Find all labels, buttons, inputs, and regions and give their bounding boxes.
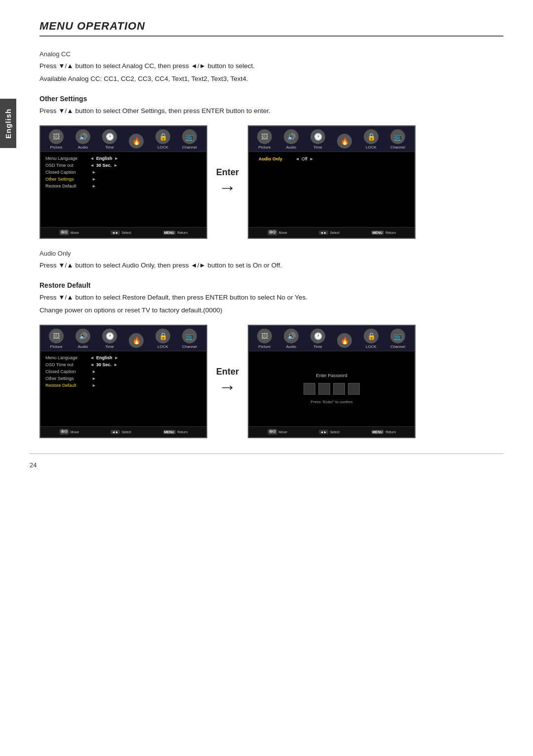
icon-lock-r1: 🔒 LOCK — [358, 129, 384, 150]
menu-row-osd-1: OSD Time out ◄ 30 Sec. ► — [45, 162, 201, 169]
password-box-3 — [333, 383, 345, 395]
other-settings-text: Press ▼/▲ button to select Other Setting… — [39, 106, 503, 116]
audio-only-section: Audio Only Press ▼/▲ button to select Au… — [39, 250, 503, 271]
nav-return-2: MENU Return — [163, 430, 188, 434]
menu-row-other-1: Other Settings ► — [45, 176, 201, 183]
password-box-1 — [304, 383, 315, 395]
nav-select-r2: ◄► Select — [319, 430, 340, 434]
password-box-2 — [318, 383, 330, 395]
right-screen-2: 🖼 Picture 🔊 Audio 🕐 Time 🔥 — [248, 325, 416, 438]
screen-pair-restore: 🖼 Picture 🔊 Audio 🕐 Time 🔥 — [39, 325, 503, 438]
audio-only-label: Audio Only — [39, 250, 503, 257]
restore-default-text1: Press ▼/▲ button to select Restore Defau… — [39, 292, 503, 303]
menu-icons-bar-2: 🖼 Picture 🔊 Audio 🕐 Time 🔥 — [40, 326, 206, 351]
icon-channel-r2: 📺 Channel — [385, 329, 411, 349]
menu-row-language-1: Menu Language ◄ English ► — [45, 155, 201, 162]
bottom-divider — [30, 454, 503, 454]
icon-setup-r1: 🔥 — [332, 134, 357, 150]
restore-default-text2: Change power on options or reset TV to f… — [39, 305, 503, 316]
icon-time-2: 🕐 Time — [97, 329, 122, 349]
icon-channel-2: 📺 Channel — [177, 329, 202, 349]
icon-lock-r2: 🔒 LOCK — [358, 329, 384, 349]
audio-only-text: Press ▼/▲ button to select Audio Only, t… — [39, 260, 503, 271]
analog-cc-section: Analog CC Press ▼/▲ button to select Ana… — [39, 50, 503, 84]
password-box-4 — [348, 383, 360, 395]
press-enter-label: Press "Enter" to confirm — [311, 400, 353, 404]
icon-time-r1: 🕐 Time — [305, 129, 331, 150]
icon-time-1: 🕐 Time — [97, 129, 122, 150]
right-screen-1: 🖼 Picture 🔊 Audio 🕐 Time 🔥 — [248, 125, 416, 239]
other-settings-section: Other Settings Press ▼/▲ button to selec… — [39, 95, 503, 239]
menu-row-restore-2: Restore Default ► — [45, 382, 201, 389]
menu-icons-bar-r2: 🖼 Picture 🔊 Audio 🕐 Time 🔥 — [249, 326, 415, 351]
icon-picture-r2: 🖼 Picture — [252, 329, 277, 349]
menu-row-language-2: Menu Language ◄ English ► — [45, 354, 201, 361]
menu-row-cc-1: Closed Caption ► — [45, 169, 201, 176]
analog-cc-text1: Press ▼/▲ button to select Analog CC, th… — [39, 61, 503, 72]
nav-return-1: MENU Return — [163, 230, 188, 235]
icon-audio-1: 🔊 Audio — [70, 129, 96, 150]
menu-row-osd-2: OSD Time out ◄ 30 Sec. ► — [45, 361, 201, 368]
left-screen-1: 🖼 Picture 🔊 Audio 🕐 Time 🔥 — [39, 125, 207, 239]
icon-channel-r1: 📺 Channel — [385, 129, 411, 150]
menu-row-other-2: Other Settings ► — [45, 375, 201, 382]
password-boxes — [304, 383, 360, 395]
enter-arrow-1: Enter → — [216, 167, 239, 196]
nav-return-r2: MENU Return — [371, 430, 396, 434]
icon-setup-2: 🔥 — [123, 333, 149, 349]
restore-default-heading: Restore Default — [39, 281, 503, 289]
audio-only-list: Audio Only ◄ Off ► — [249, 152, 415, 166]
icon-setup-1: 🔥 — [123, 134, 149, 150]
nav-move-1: ⓐⓥ Move — [59, 229, 79, 235]
icon-audio-r2: 🔊 Audio — [278, 329, 304, 349]
nav-move-r1: ⓐⓥ Move — [267, 229, 287, 235]
left-screen-2: 🖼 Picture 🔊 Audio 🕐 Time 🔥 — [39, 325, 207, 438]
restore-default-section: Restore Default Press ▼/▲ button to sele… — [39, 281, 503, 438]
side-tab-english: English — [0, 99, 16, 148]
menu-list-1: Menu Language ◄ English ► OSD Time out ◄… — [40, 152, 206, 192]
menu-row-restore-1: Restore Default ► — [45, 183, 201, 189]
icon-picture-2: 🖼 Picture — [43, 329, 69, 349]
enter-arrow-2: Enter → — [216, 367, 239, 396]
page-title: MENU OPERATION — [39, 20, 503, 37]
audio-only-row: Audio Only ◄ Off ► — [254, 155, 410, 163]
menu-row-cc-2: Closed Caption ► — [45, 368, 201, 375]
icon-lock-1: 🔒 LOCK — [150, 129, 176, 150]
icon-audio-r1: 🔊 Audio — [278, 129, 304, 150]
menu-icons-bar-1: 🖼 Picture 🔊 Audio 🕐 Time 🔥 — [40, 126, 206, 152]
icon-audio-2: 🔊 Audio — [70, 329, 96, 349]
menu-list-2: Menu Language ◄ English ► OSD Time out ◄… — [40, 351, 206, 392]
screen-bottom-bar-2: ⓐⓥ Move ◄► Select MENU Return — [40, 426, 206, 437]
icon-picture-r1: 🖼 Picture — [252, 129, 277, 150]
nav-return-r1: MENU Return — [371, 230, 396, 235]
menu-icons-bar-r1: 🖼 Picture 🔊 Audio 🕐 Time 🔥 — [249, 126, 415, 152]
screen-bottom-bar-1: ⓐⓥ Move ◄► Select MENU Return — [40, 227, 206, 238]
icon-picture-1: 🖼 Picture — [43, 129, 69, 150]
analog-cc-text2: Available Analog CC: CC1, CC2, CC3, CC4,… — [39, 74, 503, 84]
screen-bottom-bar-r1: ⓐⓥ Move ◄► Select MENU Return — [249, 227, 415, 238]
other-settings-heading: Other Settings — [39, 95, 503, 103]
nav-move-r2: ⓐⓥ Move — [267, 429, 287, 435]
password-content: Enter Password Press "Enter" to confirm — [249, 351, 415, 426]
icon-channel-1: 📺 Channel — [177, 129, 202, 150]
screen-pair-other-settings: 🖼 Picture 🔊 Audio 🕐 Time 🔥 — [39, 125, 503, 239]
nav-select-r1: ◄► Select — [319, 230, 340, 235]
nav-select-2: ◄► Select — [111, 430, 131, 434]
icon-lock-2: 🔒 LOCK — [150, 329, 176, 349]
enter-password-label: Enter Password — [316, 373, 347, 378]
icon-setup-r2: 🔥 — [332, 333, 357, 349]
screen-bottom-bar-r2: ⓐⓥ Move ◄► Select MENU Return — [249, 426, 415, 437]
nav-select-1: ◄► Select — [111, 230, 131, 235]
analog-cc-label: Analog CC — [39, 50, 503, 58]
page: English MENU OPERATION Analog CC Press ▼… — [0, 0, 533, 479]
page-number: 24 — [30, 461, 37, 469]
icon-time-r2: 🕐 Time — [305, 329, 331, 349]
nav-move-2: ⓐⓥ Move — [59, 429, 79, 435]
